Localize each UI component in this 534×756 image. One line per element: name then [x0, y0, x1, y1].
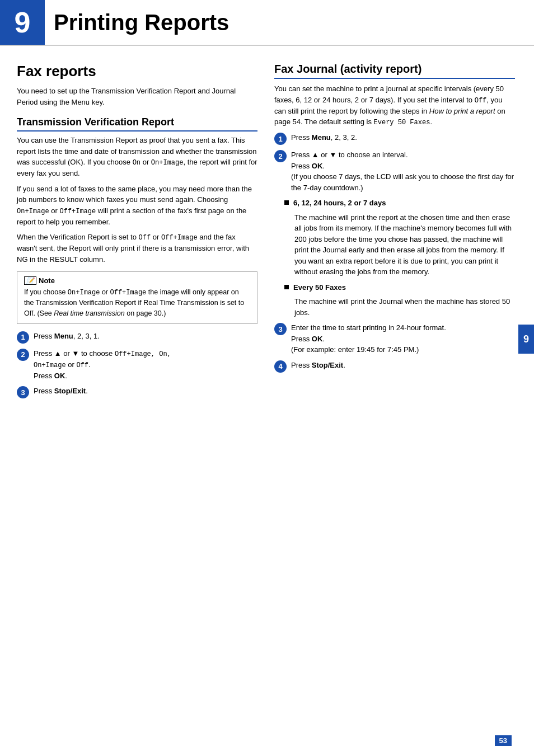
r-step-circle-1: 1	[274, 133, 287, 145]
step-circle-2: 2	[17, 349, 29, 361]
note-title: 📝 Note	[24, 276, 250, 285]
page-number-area: 53	[495, 736, 512, 745]
bullet-1-detail: The machine will print the report at the…	[294, 212, 515, 278]
step-2-text: Press ▲ or ▼ to choose Off+Image, On,On+…	[34, 348, 257, 382]
r-step-1: 1 Press Menu, 2, 3, 2.	[274, 132, 515, 145]
bullet-2-detail: The machine will print the Journal when …	[294, 296, 515, 318]
bullet-1: 6, 12, 24 hours, 2 or 7 days	[284, 198, 515, 209]
r-step-2-text: Press ▲ or ▼ to choose an interval. Pres…	[291, 149, 515, 193]
r-step-3-text: Enter the time to start printing in 24-h…	[291, 322, 515, 355]
r-step-circle-2: 2	[274, 150, 287, 162]
transmission-p2: If you send a lot of faxes to the same p…	[17, 184, 257, 228]
note-text: If you choose On+Image or Off+Image the …	[24, 287, 250, 319]
side-tab: 9	[518, 325, 534, 354]
content-area: Fax reports You need to set up the Trans…	[0, 63, 534, 403]
step-1-text: Press Menu, 2, 3, 1.	[34, 331, 257, 342]
page-number-box: 53	[495, 735, 512, 746]
r-step-4-text: Press Stop/Exit.	[291, 360, 515, 371]
left-column: Fax reports You need to set up the Trans…	[17, 63, 257, 403]
transmission-p1: You can use the Transmission Report as p…	[17, 135, 257, 179]
note-icon: 📝	[24, 276, 36, 285]
journal-intro: You can set the machine to print a journ…	[274, 83, 515, 128]
note-box: 📝 Note If you choose On+Image or Off+Ima…	[17, 271, 257, 324]
fax-reports-intro: You need to set up the Transmission Veri…	[17, 86, 257, 107]
transmission-p3: When the Verification Report is set to O…	[17, 232, 257, 265]
step-1: 1 Press Menu, 2, 3, 1.	[17, 331, 257, 344]
journal-heading: Fax Journal (activity report)	[274, 63, 515, 79]
step-3-text: Press Stop/Exit.	[34, 386, 257, 397]
r-step-3: 3 Enter the time to start printing in 24…	[274, 322, 515, 355]
fax-reports-heading: Fax reports	[17, 63, 257, 80]
chapter-number-box: 9	[0, 0, 45, 45]
page-header: 9 Printing Reports	[0, 0, 534, 46]
step-circle-1: 1	[17, 331, 29, 344]
r-step-circle-4: 4	[274, 360, 287, 373]
chapter-number: 9	[15, 6, 31, 39]
step-3: 3 Press Stop/Exit.	[17, 386, 257, 398]
bullet-2: Every 50 Faxes	[284, 282, 515, 293]
bullet-1-text: 6, 12, 24 hours, 2 or 7 days	[293, 198, 515, 209]
transmission-heading: Transmission Verification Report	[17, 116, 257, 132]
r-step-4: 4 Press Stop/Exit.	[274, 360, 515, 373]
r-step-2: 2 Press ▲ or ▼ to choose an interval. Pr…	[274, 149, 515, 193]
bullet-square-1	[284, 200, 289, 205]
r-step-circle-3: 3	[274, 323, 287, 335]
r-step-1-text: Press Menu, 2, 3, 2.	[291, 132, 515, 143]
bullet-2-text: Every 50 Faxes	[293, 282, 515, 293]
right-column: Fax Journal (activity report) You can se…	[274, 63, 515, 403]
step-2: 2 Press ▲ or ▼ to choose Off+Image, On,O…	[17, 348, 257, 382]
step-circle-3: 3	[17, 386, 29, 398]
chapter-title: Printing Reports	[54, 10, 229, 35]
bullet-square-2	[284, 285, 289, 289]
